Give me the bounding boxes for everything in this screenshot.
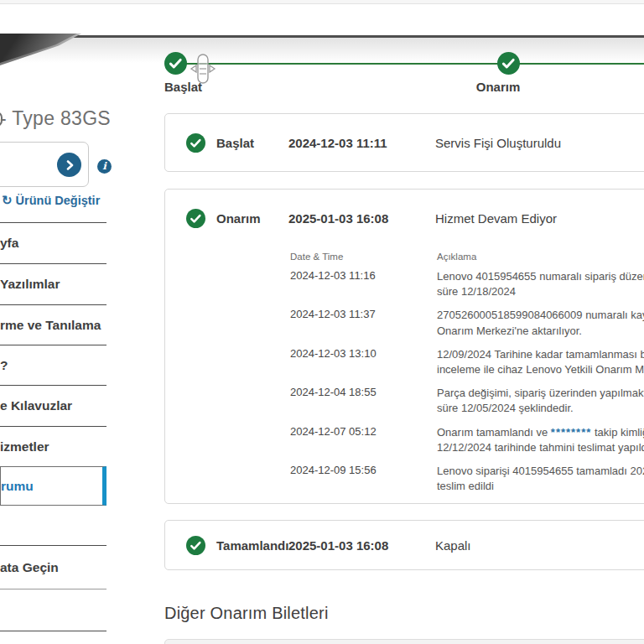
sidebar-item-drivers-software[interactable]: Yazılımlar (0, 263, 106, 304)
card-status: Hizmet Devam Ediyor (435, 211, 557, 226)
product-title: - Type 83GS (0, 107, 117, 130)
serial-search-input[interactable] (0, 146, 46, 183)
status-card-completed: Tamamlandı 2025-01-03 16:08 Kapalı (164, 520, 644, 570)
card-status: Servis Fişi Oluşturuldu (435, 136, 561, 150)
row-description: 270526000518599084066009 numaralı kayd O… (437, 308, 644, 338)
card-title: Başlat (216, 136, 288, 150)
card-title: Tamamlandı (216, 538, 288, 553)
row-datetime: 2024-12-09 15:56 (290, 464, 437, 494)
card-title: Onarım (216, 211, 288, 226)
row-datetime: 2024-12-07 05:12 (290, 425, 437, 455)
sidebar-item-upgrade[interactable]: ata Geçin (0, 545, 106, 589)
sidebar-item-warranty-services[interactable]: izmetler (0, 426, 106, 466)
row-description: Lenovo siparişi 4015954655 tamamladı 202… (437, 464, 644, 494)
table-row: 2024-12-09 15:56 Lenovo siparişi 4015954… (290, 464, 644, 494)
status-card-start: Başlat 2024-12-03 11:11 Servis Fişi Oluş… (164, 113, 644, 172)
card-datetime: 2025-01-03 16:08 (288, 538, 435, 553)
card-datetime: 2025-01-03 16:08 (288, 211, 435, 226)
page: - Type 83GS i ↻Ürünü Değiştir yfa Yazılı… (0, 0, 644, 644)
column-header-description: Açıklama (437, 252, 476, 262)
row-description: 12/09/2024 Tarihine kadar tamamlanması b… (437, 347, 644, 377)
timeline-track (176, 63, 644, 65)
sidebar-item-troubleshoot-diagnose[interactable]: rme ve Tanılama (0, 304, 106, 345)
sidebar-nav: yfa Yazılımlar rme ve Tanılama ? e Kılav… (0, 222, 106, 644)
other-tickets-table-header (164, 639, 644, 644)
change-product-link[interactable]: ↻Ürünü Değiştir (2, 193, 100, 208)
chevron-right-icon (65, 160, 75, 170)
table-row: 2024-12-03 11:16 Lenovo 4015954655 numar… (290, 269, 644, 299)
table-row: 2024-12-03 11:37 27052600051859908406600… (290, 308, 644, 338)
refresh-icon: ↻ (2, 193, 13, 207)
check-circle-icon (186, 536, 205, 555)
info-icon[interactable]: i (97, 159, 112, 174)
other-repair-tickets-heading: Diğer Onarım Biletleri (164, 604, 329, 623)
table-row: 2024-12-07 05:12 Onarım tamamlandı ve **… (290, 425, 644, 455)
sidebar-item-how-to[interactable]: ? (0, 345, 106, 385)
status-card-repair: Onarım 2025-01-03 16:08 Hizmet Devam Edi… (164, 189, 644, 504)
card-datetime: 2024-12-03 11:11 (288, 136, 435, 150)
sidebar-item-repair-status-active[interactable]: rumu (0, 466, 106, 506)
sidebar: - Type 83GS i ↻Ürünü Değiştir yfa Yazılı… (0, 0, 107, 644)
timeline-check-repair (497, 52, 520, 75)
column-header-datetime: Date & Time (290, 252, 437, 262)
repair-history-table: Date & Time Açıklama 2024-12-03 11:16 Le… (290, 252, 644, 494)
serial-search-box (0, 142, 89, 187)
row-datetime: 2024-12-03 11:37 (290, 308, 437, 338)
table-row: 2024-12-03 13:10 12/09/2024 Tarihine kad… (290, 347, 644, 377)
timeline-label-repair: Onarım (468, 80, 528, 94)
row-description: Onarım tamamlandı ve ******** takip kiml… (437, 425, 644, 455)
masked-tracking-id-link[interactable]: ******** (551, 426, 591, 439)
sidebar-item-blank (0, 506, 106, 545)
sidebar-divider (0, 631, 106, 644)
row-datetime: 2024-12-03 11:16 (290, 269, 437, 299)
horizontal-scroll-cursor-icon (190, 53, 216, 86)
check-circle-icon (497, 52, 520, 75)
sidebar-item-home[interactable]: yfa (0, 222, 106, 263)
row-datetime: 2024-12-03 13:10 (290, 347, 437, 377)
card-status: Kapalı (435, 538, 471, 553)
check-circle-icon (186, 209, 205, 228)
check-circle-icon (164, 52, 187, 75)
sidebar-item-blank-2 (0, 589, 106, 631)
timeline-check-start (164, 52, 187, 75)
table-row: 2024-12-04 18:55 Parça değişimi, sipariş… (290, 386, 644, 416)
row-description: Lenovo 4015954655 numaralı sipariş düzen… (437, 269, 644, 299)
progress-timeline: Başlat Onarım (164, 46, 644, 96)
sidebar-item-guides-manuals[interactable]: e Kılavuzlar (0, 385, 106, 426)
row-datetime: 2024-12-04 18:55 (290, 386, 437, 416)
repair-status-panel: Başlat Onarım Başlat 2024-12-03 11:11 (164, 46, 644, 96)
check-circle-icon (186, 133, 205, 153)
row-description: Parça değişimi, sipariş üzerinden yapılm… (437, 386, 644, 416)
change-product-label: Ürünü Değiştir (16, 194, 101, 207)
search-submit-button[interactable] (57, 153, 81, 177)
